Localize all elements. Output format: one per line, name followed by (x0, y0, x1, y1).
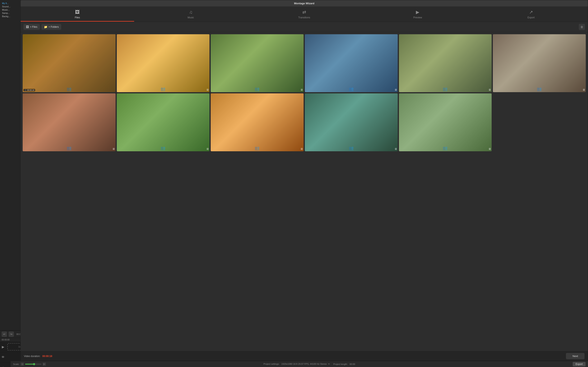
image-type-indicator: 🖼 (301, 88, 303, 91)
media-item[interactable]: 🖼 (305, 34, 386, 92)
media-thumbnail (213, 93, 303, 138)
wizard-modal: Montage Wizard 🖼 Files ♫ Music ⇄ Transit… (213, 24, 386, 138)
image-icon-small: 🖼 (301, 89, 303, 91)
app-window: Slideshow Maker Movavi – New Project 🎬 ✨… (202, 18, 386, 138)
media-thumbnail (213, 34, 303, 92)
media-item[interactable]: 🖼 (213, 93, 303, 138)
media-grid: 🎥 00:00:18 🖼 (213, 32, 386, 138)
main-content: My fi... Sound... Music... Samp... Backg… (213, 24, 386, 138)
wizard-action-bar: 🖼 + Files 📁 + Folders 🗑 (213, 24, 386, 32)
media-thumbnail (305, 93, 386, 138)
app-body: 🎬 ✨ ▦ T ✦ △ ⊕ ⌕ 👤 My fi... Sound... Musi… (202, 24, 386, 138)
media-thumbnail (305, 34, 386, 92)
wizard-content: 🖼 + Files 📁 + Folders 🗑 (213, 24, 386, 138)
media-item[interactable]: 🖼 (213, 34, 303, 92)
media-item[interactable]: 🖼 (305, 93, 386, 138)
